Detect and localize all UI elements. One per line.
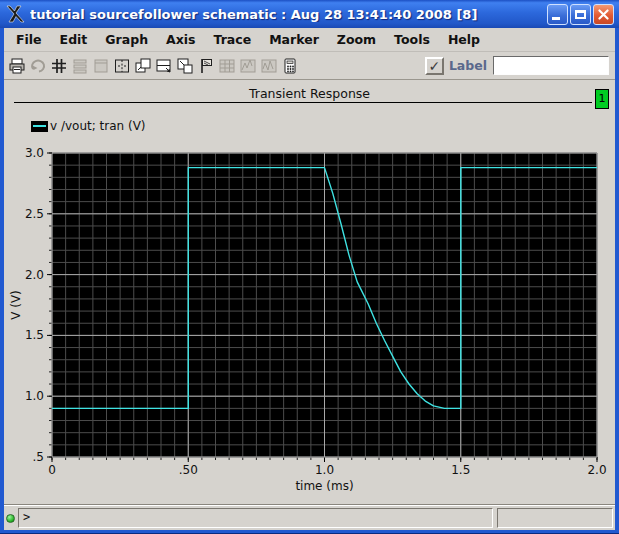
overlay-window-icon[interactable] [133,55,153,76]
menu-file[interactable]: File [8,30,50,49]
close-button[interactable] [593,4,614,25]
grid-icon[interactable] [49,55,69,76]
menu-axis[interactable]: Axis [158,30,203,49]
menu-marker[interactable]: Marker [261,30,327,49]
y-tick-label: .5 [33,450,44,464]
legend: v /vout; tran (V) [31,119,146,133]
waveform-plot[interactable]: 0.501.01.52.03.02.52.01.51.0.5time (ms)V… [4,139,615,499]
x-tick-label: 1.0 [315,463,334,477]
redraw-icon [28,55,48,76]
title-bar[interactable]: tutorial sourcefollower schematic : Aug … [0,0,619,28]
calculator-icon[interactable] [280,55,300,76]
x11-logo-icon [5,5,25,23]
y-axis-title: V (V) [9,290,23,320]
y-tick-label: 3.0 [25,146,44,160]
title-separator [14,102,592,103]
menu-edit[interactable]: Edit [52,30,96,49]
split-view-icon[interactable] [112,55,132,76]
update-plot-icon [238,55,258,76]
subwindow-icon[interactable] [175,55,195,76]
maximize-icon [575,10,586,19]
status-led-icon [6,514,15,523]
close-icon [594,5,613,24]
label-checkbox[interactable]: ✓ [425,57,444,75]
composite-mode-icon [91,55,111,76]
menu-help[interactable]: Help [440,30,488,49]
menu-bar: FileEditGraphAxisTraceMarkerZoomToolsHel… [4,28,615,52]
menu-graph[interactable]: Graph [97,30,156,49]
graph-panel: Transient Response 1 v /vout; tran (V) 0… [4,79,615,505]
command-prompt-field[interactable]: > [18,508,493,528]
application-window: tutorial sourcefollower schematic : Aug … [0,0,619,534]
y-tick-label: 2.5 [25,207,44,221]
window-number-badge[interactable]: 1 [595,89,609,109]
replot-icon [259,55,279,76]
x-tick-label: 0 [48,463,56,477]
strip-window-icon[interactable] [154,55,174,76]
strip-mode-icon [70,55,90,76]
x-tick-label: 1.5 [451,463,470,477]
maximize-button[interactable] [570,4,591,25]
status-bar: > [4,506,615,530]
menu-trace[interactable]: Trace [206,30,260,49]
minimize-button[interactable] [547,4,568,25]
trace-legend-label[interactable]: v /vout; tran (V) [50,119,146,133]
label-marker-icon[interactable] [196,55,216,76]
graph-title: Transient Response [4,86,615,101]
label-checkbox-label: Label [449,58,487,73]
y-tick-label: 1.5 [25,328,44,342]
status-message-field [497,508,613,528]
trace-color-swatch [31,121,48,132]
data-table-icon [217,55,237,76]
minimize-icon [552,17,560,20]
y-tick-label: 1.0 [25,389,44,403]
label-input[interactable] [493,56,609,75]
window-title: tutorial sourcefollower schematic : Aug … [30,7,547,22]
y-tick-label: 2.0 [25,268,44,282]
print-icon[interactable] [7,55,27,76]
x-tick-label: .50 [179,463,198,477]
x-tick-label: 2.0 [587,463,606,477]
x-axis-title: time (ms) [295,479,353,493]
menu-tools[interactable]: Tools [386,30,438,49]
toolbar: ✓ Label [4,52,615,79]
menu-zoom[interactable]: Zoom [329,30,384,49]
